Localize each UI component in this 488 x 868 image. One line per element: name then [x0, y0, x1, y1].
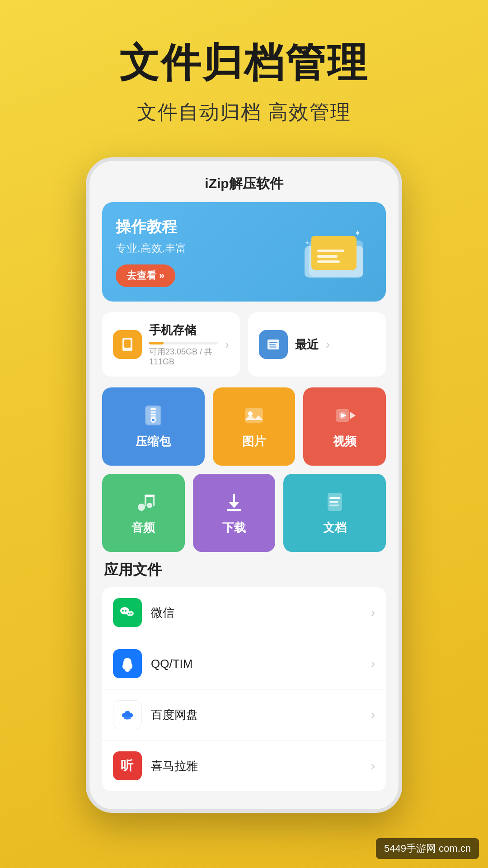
- svg-marker-27: [350, 412, 356, 419]
- banner-left: 操作教程 专业.高效.丰富 去查看 »: [116, 217, 187, 287]
- watermark: 5449手游网 com.cn: [376, 838, 479, 859]
- wechat-name: 微信: [151, 605, 362, 621]
- svg-rect-18: [150, 408, 156, 410]
- svg-text:听: 听: [121, 759, 134, 773]
- svg-rect-20: [150, 414, 156, 415]
- svg-point-49: [125, 669, 130, 672]
- storage-bar: [149, 342, 218, 344]
- wechat-chevron: ›: [371, 605, 375, 620]
- image-label: 图片: [242, 434, 266, 449]
- app-name: iZip解压软件: [205, 175, 283, 193]
- banner-title: 操作教程: [116, 217, 187, 237]
- page-title: 文件归档管理: [119, 36, 369, 90]
- list-item-baidu[interactable]: 百度网盘 ›: [102, 689, 386, 741]
- storage-detail: 可用23.05GB / 共111GB: [149, 346, 218, 367]
- qq-icon: [113, 649, 142, 678]
- zip-button[interactable]: 压缩包: [102, 387, 205, 466]
- video-button[interactable]: 视频: [303, 387, 386, 466]
- grid-row-1: 压缩包 图片 视频: [102, 387, 386, 466]
- baidu-icon: [113, 700, 142, 729]
- svg-rect-11: [125, 348, 130, 349]
- svg-rect-24: [245, 408, 263, 423]
- doc-button[interactable]: 文档: [283, 474, 386, 552]
- tutorial-banner[interactable]: 操作教程 专业.高效.丰富 去查看 »: [102, 202, 386, 302]
- audio-button[interactable]: 音频: [102, 474, 185, 552]
- list-item-qq[interactable]: QQ/TIM ›: [102, 638, 386, 689]
- svg-point-43: [122, 610, 124, 612]
- svg-point-47: [131, 613, 132, 614]
- recent-chevron: ›: [326, 337, 330, 352]
- svg-rect-14: [269, 344, 276, 345]
- svg-point-23: [152, 419, 155, 421]
- recent-card[interactable]: 最近 ›: [248, 312, 386, 377]
- svg-point-53: [122, 713, 133, 718]
- app-files-title: 应用文件: [102, 560, 386, 580]
- qq-name: QQ/TIM: [151, 657, 362, 671]
- storage-card[interactable]: 手机存储 可用23.05GB / 共111GB ›: [102, 312, 240, 377]
- recent-icon: [259, 330, 288, 359]
- download-button[interactable]: 下载: [193, 474, 276, 552]
- svg-rect-3: [311, 236, 332, 243]
- baidu-name: 百度网盘: [151, 707, 362, 723]
- svg-point-44: [125, 610, 127, 612]
- page-subtitle: 文件自动归档 高效管理: [137, 99, 351, 126]
- svg-rect-15: [269, 346, 277, 348]
- svg-text:✦: ✦: [354, 229, 361, 238]
- svg-rect-4: [317, 250, 344, 252]
- qq-chevron: ›: [371, 656, 375, 671]
- banner-icon: ✦ ✦: [300, 222, 372, 281]
- phone-content: 操作教程 专业.高效.丰富 去查看 »: [89, 202, 399, 791]
- banner-button[interactable]: 去查看 »: [116, 264, 175, 287]
- download-label: 下载: [222, 520, 246, 536]
- svg-point-31: [147, 503, 152, 508]
- svg-rect-6: [317, 260, 340, 263]
- svg-rect-13: [269, 342, 277, 343]
- svg-text:✦: ✦: [305, 239, 310, 246]
- svg-point-45: [127, 611, 134, 616]
- storage-info: 手机存储 可用23.05GB / 共111GB: [149, 322, 218, 367]
- list-item-ximalaya[interactable]: 听 喜马拉雅 ›: [102, 741, 386, 791]
- storage-icon: [113, 330, 142, 359]
- storage-chevron: ›: [225, 337, 229, 352]
- grid-row-2: 音频 下载 文档: [102, 474, 386, 552]
- svg-rect-19: [150, 411, 156, 413]
- svg-point-30: [138, 504, 145, 511]
- svg-marker-37: [229, 502, 239, 508]
- banner-subtitle: 专业.高效.丰富: [116, 241, 187, 255]
- svg-point-46: [128, 613, 130, 614]
- baidu-chevron: ›: [371, 708, 375, 722]
- storage-name: 手机存储: [149, 322, 218, 338]
- svg-rect-39: [329, 497, 340, 499]
- zip-label: 压缩包: [136, 434, 171, 449]
- image-button[interactable]: 图片: [213, 387, 296, 466]
- video-label: 视频: [333, 434, 357, 449]
- svg-rect-41: [329, 505, 339, 506]
- phone-mockup: iZip解压软件 操作教程 专业.高效.丰富 去查看 »: [86, 157, 402, 813]
- wechat-icon: [113, 598, 142, 627]
- ximalaya-chevron: ›: [371, 759, 375, 773]
- svg-rect-10: [124, 340, 131, 348]
- svg-rect-34: [145, 495, 155, 497]
- phone-top-bar: iZip解压软件: [89, 175, 399, 202]
- app-list: 微信 › QQ/TIM ›: [102, 587, 386, 791]
- ximalaya-icon: 听: [113, 751, 142, 780]
- doc-label: 文档: [323, 520, 347, 536]
- storage-row: 手机存储 可用23.05GB / 共111GB ›: [102, 312, 386, 377]
- recent-name: 最近: [295, 337, 319, 353]
- svg-rect-35: [227, 509, 241, 511]
- list-item-wechat[interactable]: 微信 ›: [102, 587, 386, 638]
- svg-rect-40: [329, 501, 338, 503]
- svg-rect-5: [317, 255, 338, 258]
- storage-bar-fill: [149, 342, 164, 344]
- audio-label: 音频: [131, 520, 155, 536]
- ximalaya-name: 喜马拉雅: [151, 758, 362, 774]
